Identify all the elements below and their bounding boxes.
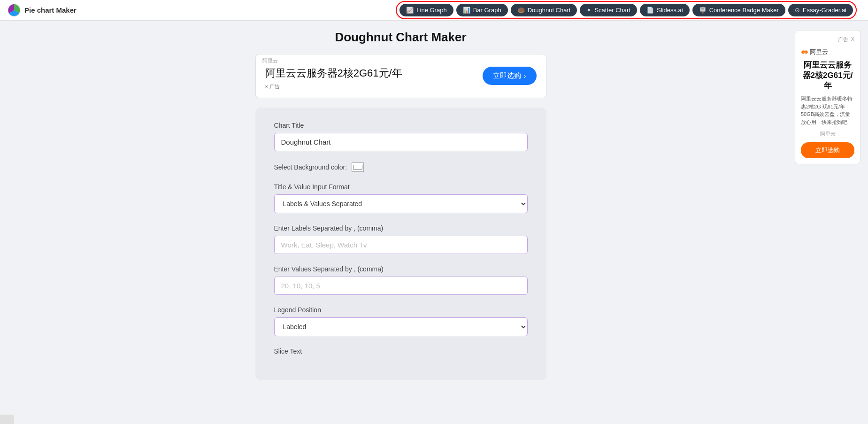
right-sidebar: 广告 X ⇔ 阿里云 阿里云云服务器2核2G61元/年 阿里云云服务器暖冬特惠2…	[795, 30, 860, 380]
labels-input[interactable]	[274, 236, 528, 254]
sidebar-ad: 广告 X ⇔ 阿里云 阿里云云服务器2核2G61元/年 阿里云云服务器暖冬特惠2…	[795, 30, 860, 164]
left-spacer	[0, 30, 14, 380]
chart-title-group: Chart Title	[274, 122, 528, 151]
tab-line-graph-label: Line Graph	[416, 7, 446, 14]
ad-label-top: 阿里云	[262, 57, 278, 64]
bg-color-label: Select Background color:	[274, 163, 347, 171]
legend-group: Legend Position Labeled Top Bottom Left …	[274, 306, 528, 336]
tab-bar-graph-label: Bar Graph	[473, 7, 501, 14]
line-graph-icon: 📈	[406, 7, 414, 14]
logo-area: Pie chart Maker	[8, 4, 77, 17]
tab-doughnut-chart-label: Doughnut Chart	[528, 7, 571, 14]
tab-essay-grader-label: Essay-Grader.ai	[803, 7, 846, 14]
sidebar-ad-cta-label: 立即选购	[815, 146, 840, 154]
tab-essay-grader[interactable]: ⊙ Essay-Grader.ai	[788, 4, 853, 16]
essay-grader-icon: ⊙	[795, 7, 800, 14]
bar-graph-icon: 📊	[463, 7, 470, 14]
ad-cta-button[interactable]: 立即选购 ›	[483, 67, 537, 85]
aliyun-logo: ⇔ 阿里云	[801, 47, 854, 57]
sidebar-ad-title: 阿里云云服务器2核2G61元/年	[801, 60, 854, 91]
values-label: Enter Values Separated by , (comma)	[274, 265, 528, 273]
format-select[interactable]: Labels & Values Separated Label:Value Pa…	[274, 194, 528, 213]
scatter-chart-icon: ✦	[586, 7, 591, 14]
tab-conference-badge[interactable]: 🪧 Conference Badge Maker	[692, 4, 785, 16]
pie-chart-icon	[8, 4, 21, 17]
format-label: Title & Value Input Format	[274, 183, 528, 191]
tab-slidess-label: Slidess.ai	[657, 7, 683, 14]
labels-group: Enter Labels Separated by , (comma)	[274, 224, 528, 254]
tab-scatter-chart-label: Scatter Chart	[594, 7, 630, 14]
aliyun-brand-icon: ⇔	[801, 47, 808, 57]
tab-scatter-chart[interactable]: ✦ Scatter Chart	[580, 4, 637, 16]
sidebar-ad-close[interactable]: X	[851, 36, 854, 43]
header: Pie chart Maker 📈 Line Graph 📊 Bar Graph…	[0, 0, 868, 21]
chart-title-input[interactable]	[274, 133, 528, 151]
ad-cta-label: 立即选购	[493, 71, 521, 80]
values-input[interactable]	[274, 277, 528, 295]
values-group: Enter Values Separated by , (comma)	[274, 265, 528, 295]
sidebar-ad-cta-button[interactable]: 立即选购	[801, 142, 854, 158]
tab-conference-badge-label: Conference Badge Maker	[709, 7, 779, 14]
bg-color-picker[interactable]	[352, 162, 364, 172]
ad-cta-arrow-icon: ›	[524, 72, 526, 80]
legend-select[interactable]: Labeled Top Bottom Left Right None	[274, 317, 528, 336]
sidebar-ad-desc: 阿里云云服务器暖冬特惠2核2G 现61元/年 50GB高效云盘，流量放心用，快来…	[801, 95, 854, 126]
bg-color-row: Select Background color:	[274, 162, 528, 172]
slice-text-group: Slice Text	[274, 347, 528, 355]
aliyun-brand-name: 阿里云	[810, 48, 828, 56]
form-panel: Chart Title Select Background color: Tit…	[255, 108, 546, 380]
chart-title-label: Chart Title	[274, 122, 528, 129]
bottom-bar	[0, 415, 14, 424]
ad-left: 阿里云云服务器2核2G61元/年 × 广告	[265, 62, 402, 90]
sidebar-ad-brand: 阿里云	[801, 131, 854, 138]
main-content: Doughnut Chart Maker 阿里云 阿里云云服务器2核2G61元/…	[0, 21, 868, 390]
page-title: Doughnut Chart Maker	[14, 30, 787, 45]
tab-bar-graph[interactable]: 📊 Bar Graph	[456, 4, 508, 16]
nav-tabs-wrapper: 📈 Line Graph 📊 Bar Graph 🍩 Doughnut Char…	[396, 1, 857, 19]
logo-text: Pie chart Maker	[24, 6, 77, 14]
legend-label: Legend Position	[274, 306, 528, 314]
center-content: Doughnut Chart Maker 阿里云 阿里云云服务器2核2G61元/…	[14, 30, 787, 380]
labels-label: Enter Labels Separated by , (comma)	[274, 224, 528, 232]
sidebar-ad-label: 广告	[838, 36, 848, 43]
ad-close[interactable]: × 广告	[265, 83, 402, 90]
slidess-icon: 📄	[646, 7, 654, 14]
ad-close-label: × 广告	[265, 83, 280, 90]
doughnut-chart-icon: 🍩	[517, 7, 525, 14]
tab-doughnut-chart[interactable]: 🍩 Doughnut Chart	[511, 4, 577, 16]
tab-slidess[interactable]: 📄 Slidess.ai	[640, 4, 690, 16]
conference-badge-icon: 🪧	[699, 7, 707, 14]
ad-title: 阿里云云服务器2核2G61元/年	[265, 67, 402, 80]
tab-line-graph[interactable]: 📈 Line Graph	[399, 4, 453, 16]
sidebar-ad-top: 广告 X	[801, 36, 854, 43]
ad-banner: 阿里云 阿里云云服务器2核2G61元/年 × 广告 立即选购 ›	[255, 54, 546, 98]
format-group: Title & Value Input Format Labels & Valu…	[274, 183, 528, 213]
slice-text-label: Slice Text	[274, 347, 528, 355]
